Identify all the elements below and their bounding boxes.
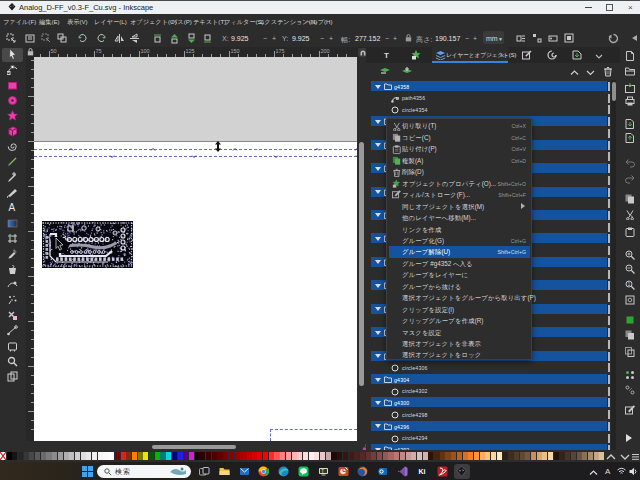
svg-text:Ki: Ki <box>418 468 425 475</box>
svg-text:A: A <box>9 202 16 213</box>
svg-text:T: T <box>321 468 324 473</box>
svg-text:1: 1 <box>628 281 631 287</box>
